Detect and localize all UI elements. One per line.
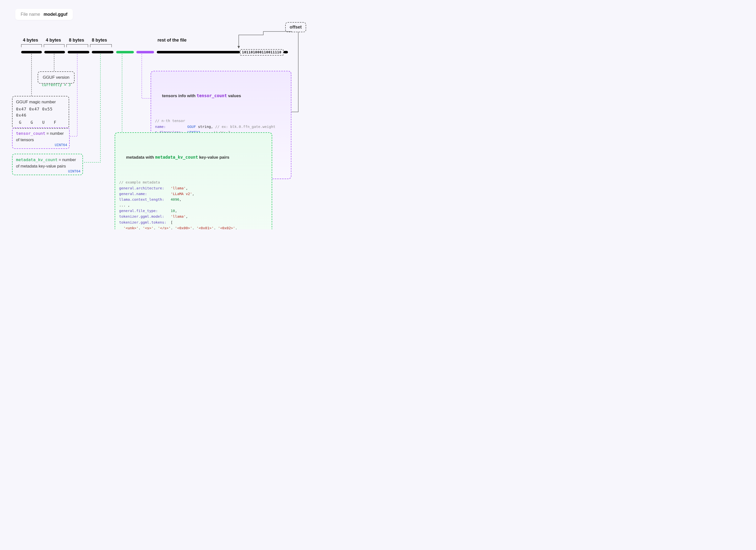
size-label-8a: 8 bytes	[69, 38, 84, 43]
magic-title: GGUF magic number	[16, 99, 65, 105]
seg-tensors-info	[136, 51, 154, 53]
meta-count-type: UINT64	[68, 169, 80, 174]
meta-row: tokenizer.ggml.model: 'llama',	[119, 214, 268, 220]
magic-letters: G G U F	[16, 120, 65, 126]
seg-magic	[21, 51, 42, 53]
box-gguf-version: GGUF version	[38, 71, 75, 84]
meta-row: general.file_type: 10,	[119, 208, 268, 214]
seg-version	[44, 51, 65, 53]
tensors-row: name: GGUF string, // ex: blk.0.ffn_gate…	[155, 124, 287, 130]
meta-count-code: metadata_kv_count	[16, 158, 58, 162]
meta-row: // example metadata	[119, 180, 268, 185]
box-gguf-magic: GGUF magic number 0x47 0x47 0x55 0x46 G …	[12, 96, 69, 129]
meta-panel-title: metadata with metadata_kv_count key-valu…	[119, 147, 268, 167]
version-note: currently = 3	[42, 83, 71, 87]
seg-rest-a	[157, 51, 240, 53]
seg-meta-count	[92, 51, 113, 53]
size-label-4a: 4 bytes	[23, 38, 38, 43]
meta-row: general.name: 'LLaMA v2',	[119, 191, 268, 197]
size-label-4b: 4 bytes	[46, 38, 61, 43]
size-label-rest: rest of the file	[157, 38, 187, 43]
seg-metadata	[116, 51, 134, 53]
file-name-value: model.gguf	[44, 12, 67, 17]
file-name-pill: File name model.gguf	[15, 9, 73, 20]
meta-row: tokenizer.ggml.tokens: [	[119, 220, 268, 225]
meta-row: llama.context_length: 4096,	[119, 197, 268, 203]
tensor-count-code: tensor_count	[16, 131, 45, 136]
magic-hex: 0x47 0x47 0x55 0x46	[16, 106, 65, 119]
tensor-count-type: UINT64	[55, 143, 67, 148]
tensors-row: // n-th tensor	[155, 118, 287, 124]
offset-chip: offset	[285, 22, 306, 32]
panel-metadata: metadata with metadata_kv_count key-valu…	[115, 132, 272, 229]
box-tensor-count: tensor_count = number of tensors UINT64	[12, 127, 70, 149]
meta-row: general.architecture: 'llama',	[119, 186, 268, 191]
tensors-panel-title: tensors info with tensor_count values	[155, 86, 287, 106]
version-title: GGUF version	[42, 74, 71, 81]
meta-row: ... ,	[119, 203, 268, 208]
size-label-8b: 8 bytes	[92, 38, 107, 43]
seg-rest-b	[283, 51, 288, 53]
meta-row: '<unk>', '<s>', '</s>', '<0x00>', '<0x01…	[119, 225, 268, 229]
seg-tensor-count	[68, 51, 89, 53]
file-name-label: File name	[21, 12, 40, 17]
offset-binary: 101101000110011110	[240, 49, 283, 56]
box-meta-count: metadata_kv_count = number of metadata k…	[12, 154, 83, 175]
